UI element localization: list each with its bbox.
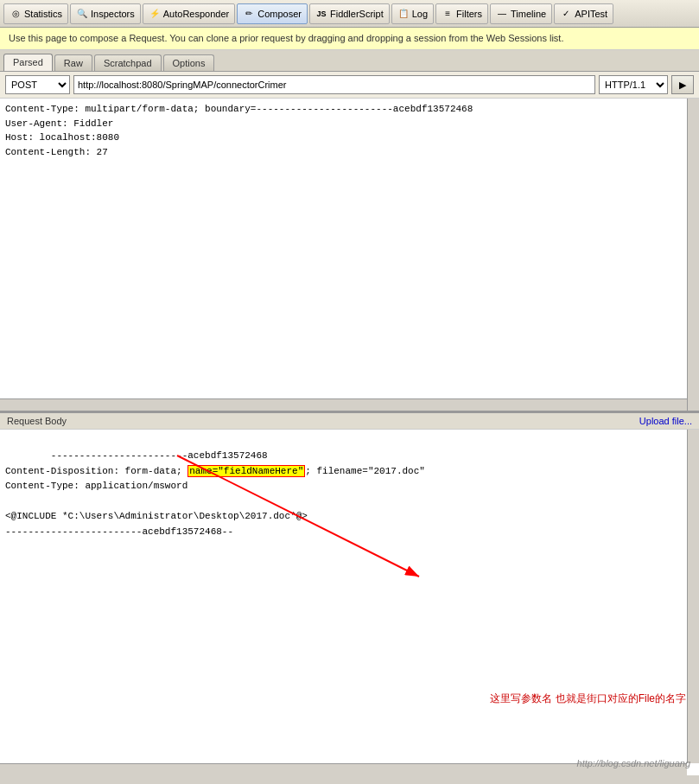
timeline-icon: — bbox=[496, 8, 508, 20]
main-content: Parsed Raw Scratchpad Options POST GET P… bbox=[0, 50, 699, 775]
body-content[interactable]: ------------------------acebdf13572468 C… bbox=[0, 430, 699, 763]
inspectors-button[interactable]: 🔍 Inspectors bbox=[70, 3, 141, 24]
apitest-button[interactable]: ✓ APITest bbox=[554, 3, 613, 24]
body-area: ------------------------acebdf13572468 C… bbox=[0, 430, 699, 775]
filters-icon: ≡ bbox=[442, 8, 454, 20]
log-icon: 📋 bbox=[397, 8, 410, 20]
upload-file-link[interactable]: Upload file... bbox=[639, 416, 692, 426]
statistics-button[interactable]: ◎ Statistics bbox=[3, 3, 68, 24]
body-vscroll[interactable] bbox=[687, 430, 699, 763]
section-header: Request Body Upload file... bbox=[0, 412, 699, 430]
timeline-button[interactable]: — Timeline bbox=[490, 3, 552, 24]
fiddlerscript-button[interactable]: JS FiddlerScript bbox=[309, 3, 390, 24]
inspectors-icon: 🔍 bbox=[76, 8, 88, 20]
autoresponder-button[interactable]: ⚡ AutoResponder bbox=[143, 3, 235, 24]
annotation-text: 这里写参数名 也就是街口对应的File的名字 bbox=[490, 692, 686, 706]
tab-raw[interactable]: Raw bbox=[54, 54, 92, 71]
toolbar: ◎ Statistics 🔍 Inspectors ⚡ AutoResponde… bbox=[0, 0, 699, 28]
statistics-icon: ◎ bbox=[10, 8, 22, 20]
apitest-icon: ✓ bbox=[560, 8, 572, 20]
section-title: Request Body bbox=[7, 416, 67, 426]
log-button[interactable]: 📋 Log bbox=[391, 3, 434, 24]
headers-area: Content-Type: multipart/form-data; bound… bbox=[0, 99, 699, 412]
headers-hscroll[interactable] bbox=[0, 398, 687, 411]
headers-textarea[interactable]: Content-Type: multipart/form-data; bound… bbox=[0, 99, 687, 411]
request-body-section: Request Body Upload file... ------------… bbox=[0, 412, 699, 775]
tabs-row: Parsed Raw Scratchpad Options bbox=[0, 50, 699, 72]
request-line: POST GET PUT DELETE HTTP/1.1 HTTP/1.0 ▶ bbox=[0, 72, 699, 99]
tab-options[interactable]: Options bbox=[163, 54, 215, 71]
method-select[interactable]: POST GET PUT DELETE bbox=[5, 75, 70, 94]
headers-scrollbar[interactable] bbox=[687, 99, 699, 411]
tab-parsed[interactable]: Parsed bbox=[3, 54, 53, 71]
protocol-select[interactable]: HTTP/1.1 HTTP/1.0 bbox=[599, 75, 668, 94]
watermark: http://blog.csdn.net/liguang bbox=[577, 758, 690, 768]
tab-scratchpad[interactable]: Scratchpad bbox=[94, 54, 162, 71]
execute-button[interactable]: ▶ bbox=[671, 75, 694, 94]
info-bar: Use this page to compose a Request. You … bbox=[0, 28, 699, 50]
url-input[interactable] bbox=[73, 75, 595, 94]
composer-icon: ✏ bbox=[243, 8, 255, 20]
autoresponder-icon: ⚡ bbox=[149, 8, 161, 20]
filters-button[interactable]: ≡ Filters bbox=[435, 3, 488, 24]
fiddlerscript-icon: JS bbox=[315, 8, 327, 20]
highlighted-name-param: name="fieldNameHere" bbox=[187, 465, 305, 477]
composer-button[interactable]: ✏ Composer bbox=[237, 3, 308, 24]
